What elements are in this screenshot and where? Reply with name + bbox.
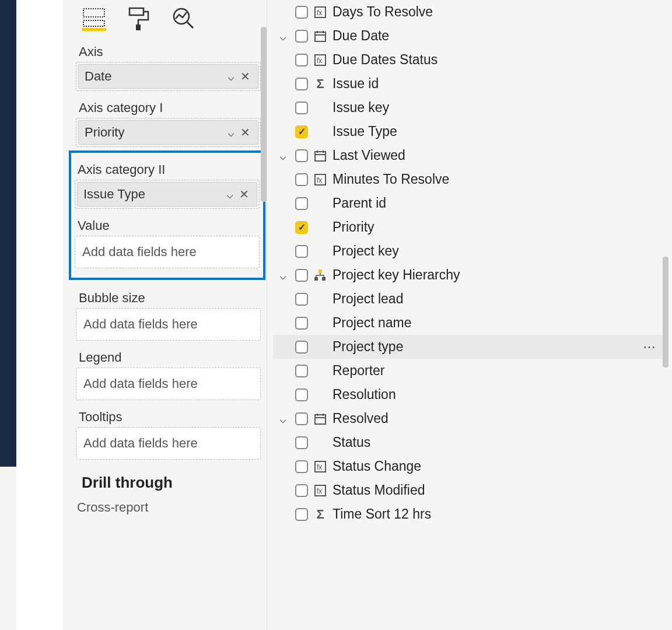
field-label: Resolution: [332, 387, 664, 402]
field-checkbox[interactable]: [295, 460, 308, 473]
expand-slot[interactable]: ⌵: [275, 29, 290, 43]
well-axis[interactable]: Date ⌵ ✕: [76, 62, 261, 91]
more-options-button[interactable]: ⋯: [643, 340, 664, 355]
field-row[interactable]: ⌵Resolved: [273, 407, 666, 430]
field-checkbox[interactable]: [295, 221, 308, 234]
svg-rect-8: [315, 32, 326, 41]
field-row[interactable]: Resolution: [273, 383, 666, 407]
field-checkbox[interactable]: [295, 197, 308, 210]
field-checkbox[interactable]: [295, 484, 308, 497]
field-checkbox[interactable]: [295, 173, 308, 186]
field-row[interactable]: ⌵Last Viewed: [273, 144, 666, 167]
remove-field-button[interactable]: ✕: [237, 187, 251, 201]
fields-panel: fxDays To Resolve⌵Due DatefxDue Dates St…: [267, 0, 672, 630]
field-checkbox[interactable]: [295, 125, 308, 138]
calc-icon: fx: [313, 484, 328, 497]
hierarchy-icon: [313, 269, 328, 282]
field-label: Parent id: [332, 195, 664, 211]
field-checkbox[interactable]: [295, 412, 308, 425]
expand-slot[interactable]: ⌵: [275, 412, 290, 426]
tab-fields[interactable]: [82, 6, 106, 31]
field-row[interactable]: fxMinutes To Resolve: [273, 167, 666, 191]
field-checkbox[interactable]: [295, 341, 308, 354]
field-row[interactable]: ΣTime Sort 12 hrs: [273, 502, 666, 526]
field-row[interactable]: Project type⋯: [273, 335, 666, 359]
tab-format[interactable]: [127, 6, 151, 31]
well-legend[interactable]: Add data fields here: [76, 368, 261, 400]
field-label: Project name: [332, 315, 664, 331]
expand-slot[interactable]: ⌵: [275, 149, 290, 163]
field-checkbox[interactable]: [295, 436, 308, 449]
field-checkbox[interactable]: [295, 508, 308, 521]
field-checkbox[interactable]: [295, 317, 308, 330]
svg-rect-20: [318, 270, 322, 273]
field-label: Issue key: [332, 100, 664, 116]
field-label: Status: [332, 435, 664, 450]
field-checkbox[interactable]: [295, 54, 308, 66]
field-checkbox[interactable]: [295, 388, 308, 401]
field-label: Project type: [332, 339, 638, 355]
field-row[interactable]: Project key: [273, 239, 666, 263]
drill-through-heading: Drill through: [76, 463, 261, 496]
well-label-value: Value: [75, 212, 260, 236]
canvas-area: [16, 0, 63, 630]
field-pill-axis[interactable]: Date ⌵ ✕: [78, 64, 258, 89]
chevron-down-icon[interactable]: ⌵: [279, 149, 286, 163]
well-axis-cat1[interactable]: Priority ⌵ ✕: [76, 118, 261, 147]
field-row[interactable]: fxDays To Resolve: [273, 0, 666, 24]
field-row[interactable]: Reporter: [273, 359, 666, 383]
chevron-down-icon[interactable]: ⌵: [279, 29, 286, 43]
field-row[interactable]: fxStatus Change: [273, 454, 666, 478]
well-bubble-size[interactable]: Add data fields here: [76, 308, 261, 341]
field-row[interactable]: Issue Type: [273, 120, 666, 144]
chevron-down-icon[interactable]: ⌵: [279, 268, 286, 282]
chevron-down-icon[interactable]: ⌵: [279, 412, 286, 426]
field-pill-axis-cat2[interactable]: Issue Type ⌵ ✕: [77, 182, 257, 206]
field-row[interactable]: ⌵Project key Hierarchy: [273, 263, 666, 287]
field-row[interactable]: Status: [273, 430, 666, 454]
chevron-down-icon[interactable]: ⌵: [224, 69, 238, 83]
well-value[interactable]: Add data fields here: [75, 236, 260, 268]
field-checkbox[interactable]: [295, 102, 308, 114]
field-row[interactable]: Issue key: [273, 96, 666, 120]
field-label: Priority: [332, 219, 664, 235]
field-row[interactable]: ⌵Due Date: [273, 24, 666, 48]
well-axis-cat2[interactable]: Issue Type ⌵ ✕: [75, 180, 260, 209]
field-row[interactable]: Project name: [273, 311, 666, 335]
remove-field-button[interactable]: ✕: [238, 69, 252, 83]
field-checkbox[interactable]: [295, 149, 308, 162]
sigma-icon: Σ: [313, 507, 328, 522]
field-row[interactable]: ΣIssue id: [273, 72, 666, 96]
field-checkbox[interactable]: [295, 365, 308, 377]
field-checkbox[interactable]: [295, 30, 308, 43]
svg-line-5: [187, 22, 193, 28]
expand-slot[interactable]: ⌵: [275, 268, 290, 282]
field-checkbox[interactable]: [295, 78, 308, 90]
field-label: Project lead: [332, 291, 664, 307]
calc-icon: fx: [313, 460, 328, 473]
field-row[interactable]: Parent id: [273, 191, 666, 215]
field-checkbox[interactable]: [295, 6, 308, 19]
svg-text:fx: fx: [317, 57, 322, 65]
well-label-bubble: Bubble size: [76, 285, 261, 308]
remove-field-button[interactable]: ✕: [238, 125, 252, 139]
field-row[interactable]: fxStatus Modified: [273, 478, 666, 502]
scrollbar-thumb[interactable]: [663, 257, 668, 368]
scrollbar-thumb[interactable]: [261, 27, 267, 202]
chevron-down-icon[interactable]: ⌵: [223, 187, 237, 201]
field-pill-text: Date: [85, 69, 224, 84]
svg-rect-3: [136, 24, 141, 30]
field-row[interactable]: fxDue Dates Status: [273, 48, 666, 72]
field-checkbox[interactable]: [295, 269, 308, 282]
svg-text:fx: fx: [317, 487, 322, 495]
field-row[interactable]: Project lead: [273, 287, 666, 311]
app-sidebar-strip: [0, 0, 16, 467]
field-checkbox[interactable]: [295, 293, 308, 306]
field-pill-axis-cat1[interactable]: Priority ⌵ ✕: [78, 120, 258, 145]
well-tooltips[interactable]: Add data fields here: [76, 427, 261, 460]
field-checkbox[interactable]: [295, 245, 308, 258]
chevron-down-icon[interactable]: ⌵: [224, 125, 238, 139]
field-row[interactable]: Priority: [273, 215, 666, 239]
tab-analytics[interactable]: [172, 6, 196, 31]
field-pill-text: Issue Type: [83, 187, 223, 202]
